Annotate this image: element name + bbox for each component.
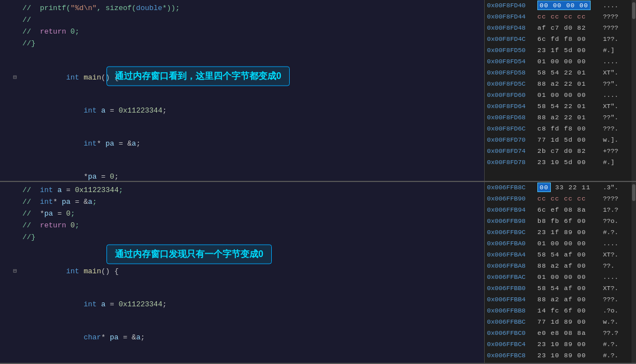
mem-bytes: c8 fd f8 00 [537,123,599,134]
mem-ascii: XT". [599,67,619,78]
memory-row: 0x00F8FD4C 6c fd f8 00 1??. [485,34,632,45]
line-content: // printf("%d\n", sizeof(double*)); [22,3,484,13]
mem-ascii: .?o. [599,305,619,316]
mem-addr: 0x00F8FD5C [487,78,537,90]
mem-scrollbar-top[interactable] [632,0,636,181]
line-content: //} [22,232,484,242]
mem-addr: 0x00F8FD68 [487,112,537,123]
mem-bytes: 01 00 00 00 [537,56,599,67]
code-line: // return 0; [0,220,484,231]
mem-ascii: ??. [599,260,615,272]
mem-bytes: 01 00 00 00 [537,238,599,249]
code-line-blank [0,49,484,61]
mem-bytes: af c7 d0 82 [537,22,599,34]
mem-bytes: 23 10 5d 00 [537,157,599,168]
mem-addr: 0x006FFB94 [487,204,537,216]
code-line: // int a = 0x11223344; [0,184,484,196]
mem-ascii: .... [599,56,619,67]
collapse-marker-2[interactable]: ⊟ [13,268,17,274]
memory-row: 0x006FFBB0 58 54 af 00 XT?. [485,283,632,294]
memory-row: 0x006FFBC8 23 10 89 00 #.?. [485,350,632,361]
memory-row: 0x00F8FD58 58 54 22 01 XT". [485,67,632,78]
memory-section-bottom: 0x006FFB8C 00 33 22 11 .3". 0x006FFB90 c… [485,182,636,363]
mem-addr: 0x006FFB9C [487,227,537,238]
mem-addr: 0x006FFB90 [487,193,537,204]
memory-row: 0x006FFBB4 88 a2 af 00 ???. [485,294,632,305]
memory-row: 0x006FFB98 b8 fb 6f 00 ??o. [485,216,632,227]
line-content [22,50,484,60]
mem-ascii: #.?. [599,339,619,350]
memory-row: 0x00F8FD40 00 00 00 00 .... [485,0,632,11]
annotation-bottom: 通过内存窗口发现只有一个字节变成0 [106,245,272,264]
mem-ascii: ??o. [599,216,619,227]
memory-row: 0x006FFBA4 58 54 af 00 XT?. [485,249,632,260]
mem-ascii: 1??. [599,34,619,45]
mem-addr: 0x00F8FD50 [487,45,537,56]
code-line-int-pa: int* pa = &a; [0,127,484,160]
mem-addr: 0x006FFBBC [487,316,537,328]
mem-addr: 0x006FFBB4 [487,294,537,305]
memory-row: 0x00F8FD6C c8 fd f8 00 ???. [485,123,632,134]
mem-bytes: 23 1f 5d 00 [537,45,599,56]
mem-addr: 0x006FFBAC [487,272,537,283]
mem-ascii: XT?. [599,283,619,294]
memory-row: 0x006FFBC4 23 10 89 00 #.?. [485,339,632,350]
memory-row: 0x006FFBBC 77 1d 89 00 w.?. [485,316,632,328]
mem-ascii: #.?. [599,350,619,361]
mem-ascii: w.?. [599,316,619,328]
line-content: *pa = 0; [22,161,484,181]
line-content: int* pa = &a; [22,128,484,160]
memory-row: 0x00F8FD78 23 10 5d 00 #.] [485,157,632,168]
mem-addr: 0x006FFBB0 [487,283,537,294]
mem-bytes: 77 1d 89 00 [537,316,599,328]
memory-row: 0x00F8FD54 01 00 00 00 .... [485,56,632,67]
mem-addr: 0x00F8FD64 [487,101,537,112]
mem-addr: 0x00F8FD78 [487,157,537,168]
mem-scrollbar-bottom[interactable] [632,182,636,363]
mem-addr: 0x00F8FD54 [487,56,537,67]
line-content: // [22,15,484,25]
mem-ascii: #.] [599,157,615,168]
line-content: // int* pa = &a; [22,197,484,207]
memory-row: 0x00F8FD74 2b c7 d0 82 +??? [485,146,632,157]
memory-row: 0x00F8FD50 23 1f 5d 00 #.] [485,45,632,56]
line-content: char* pa = &a; [22,321,484,353]
memory-row: 0x00F8FD5C 88 a2 22 01 ??". [485,78,632,90]
memory-row: 0x006FFB8C 00 33 22 11 .3". [485,182,632,193]
mem-addr: 0x006FFB8C [487,182,537,193]
highlighted-bytes: 00 00 00 00 [537,1,591,10]
mem-ascii: .... [599,238,619,249]
mem-ascii: +??? [599,146,619,157]
panel-top: // printf("%d\n", sizeof(double*)); // /… [0,0,636,182]
highlighted-byte: 00 [537,183,551,192]
mem-addr: 0x00F8FD40 [487,0,537,11]
mem-scrollbar-thumb-bottom[interactable] [632,184,635,201]
mem-bytes: 58 54 af 00 [537,249,599,260]
mem-scrollbar-thumb-top[interactable] [632,2,635,19]
mem-bytes: 00 33 22 11 [537,182,599,193]
mem-addr: 0x006FFBA8 [487,260,537,272]
line-content: // return 0; [22,26,484,37]
code-line: //} [0,231,484,243]
mem-addr: 0x006FFBA4 [487,249,537,260]
mem-content-top: 0x00F8FD40 00 00 00 00 .... 0x00F8FD44 c… [485,0,632,181]
mem-ascii: ???. [599,294,619,305]
mem-ascii: ???? [599,11,619,22]
memory-row: 0x006FFB94 6c ef 08 8a 1?.? [485,204,632,216]
mem-ascii: #.?. [599,227,619,238]
mem-bytes: 23 10 89 00 [537,350,599,361]
memory-row: 0x006FFB90 cc cc cc cc ???? [485,193,632,204]
mem-ascii: ???? [599,22,619,34]
mem-ascii: ???? [599,193,619,204]
collapse-marker[interactable]: ⊟ [13,74,17,81]
memory-row: 0x00F8FD48 af c7 d0 82 ???? [485,22,632,34]
code-section-top: // printf("%d\n", sizeof(double*)); // /… [0,0,485,181]
memory-row: 0x006FFBAC 01 00 00 00 .... [485,272,632,283]
line-gutter: ⊟ [0,266,22,277]
memory-row: 0x00F8FD70 77 1d 5d 00 w.]. [485,134,632,146]
mem-addr: 0x006FFBA0 [487,238,537,249]
mem-bytes: 58 54 22 01 [537,67,599,78]
mem-bytes: cc cc cc cc [537,11,599,22]
mem-bytes: 58 54 22 01 [537,101,599,112]
memory-row: 0x006FFBC0 e0 e8 08 8a ??.? [485,328,632,339]
